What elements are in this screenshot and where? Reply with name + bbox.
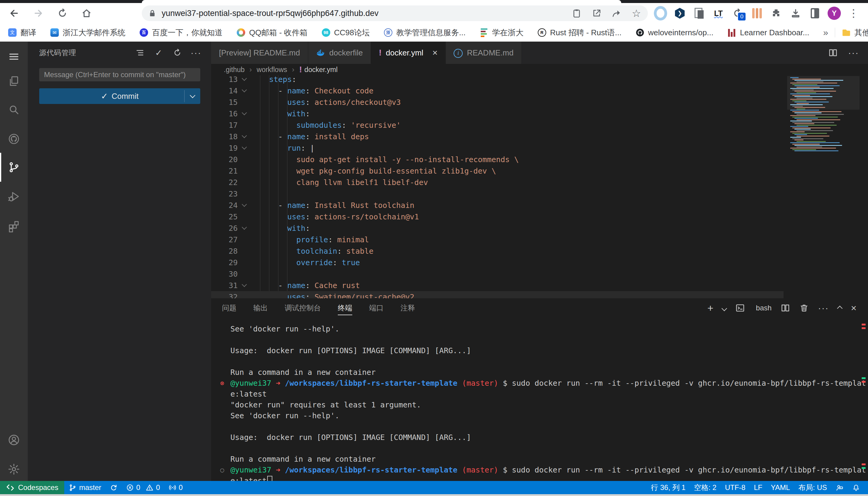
code-line-28[interactable]: 28 toolchain: stable <box>211 245 783 257</box>
commit-check-icon[interactable]: ✓ <box>154 48 163 58</box>
bookmark-item[interactable]: 百百度一下，你就知道 <box>139 27 223 38</box>
sync-badge-icon[interactable]: 0 <box>731 6 744 20</box>
bookmark-item[interactable]: QQ邮箱 - 收件箱 <box>237 27 308 38</box>
split-editor-icon[interactable] <box>828 48 838 58</box>
fold-chevron-icon[interactable] <box>238 147 251 149</box>
forward-button[interactable] <box>33 7 44 19</box>
shell-label[interactable]: bash <box>756 304 772 312</box>
terminal-profile-chevron-icon[interactable] <box>722 304 726 312</box>
fold-chevron-icon[interactable] <box>238 136 251 137</box>
tab--preview-readme.md[interactable]: [Preview] README.md <box>211 42 308 64</box>
activity-github-icon[interactable] <box>0 130 28 148</box>
more-icon[interactable]: ··· <box>191 48 201 58</box>
status-cursor-position[interactable]: 行 36, 列 1 <box>647 483 690 492</box>
bookmark-item[interactable]: Learner Dashboar... <box>727 28 809 37</box>
remote-indicator[interactable]: Codespaces <box>0 481 64 494</box>
clipboard-icon[interactable] <box>571 8 582 19</box>
breadcrumb[interactable]: .github›workflows›!docker.yml <box>211 64 868 75</box>
fold-chevron-icon[interactable] <box>238 90 251 92</box>
tab-dockerfile[interactable]: dockerfile <box>308 42 371 64</box>
code-editor[interactable]: 13 steps:14 - name: Checkout code15 uses… <box>211 75 868 298</box>
fold-chevron-icon[interactable] <box>238 113 251 114</box>
back-button[interactable] <box>9 7 20 19</box>
close-panel-button[interactable]: × <box>851 303 856 314</box>
activity-account-icon[interactable] <box>0 431 28 449</box>
panel-tab[interactable]: 端口 <box>369 298 384 317</box>
new-terminal-button[interactable]: + <box>707 302 713 314</box>
code-line-20[interactable]: 20 sudo apt-get install -y --no-install-… <box>211 154 783 165</box>
activity-settings-icon[interactable] <box>0 460 28 478</box>
trash-icon[interactable] <box>799 303 809 313</box>
refresh-icon[interactable] <box>173 48 182 58</box>
share-icon[interactable] <box>611 8 622 19</box>
code-line-21[interactable]: 21 wget pkg-config build-essential zlib1… <box>211 165 783 176</box>
commit-message-input[interactable] <box>39 68 200 81</box>
code-line-17[interactable]: 17 submodules: 'recursive' <box>211 119 783 131</box>
open-in-new-icon[interactable] <box>591 8 602 19</box>
terminal-box-icon[interactable] <box>735 303 745 313</box>
copy-doc-icon[interactable] <box>692 6 706 20</box>
activity-menu[interactable] <box>0 48 28 66</box>
code-line-22[interactable]: 22 clang llvm libelf1 libelf-dev <box>211 176 783 188</box>
fold-chevron-icon[interactable] <box>238 227 251 229</box>
url-text[interactable]: yunwei37-potential-space-trout-rpr5qwj66… <box>162 9 568 18</box>
code-line-27[interactable]: 27 profile: minimal <box>211 234 783 245</box>
panel-tab[interactable]: 调试控制台 <box>285 298 321 317</box>
home-button[interactable] <box>81 7 92 19</box>
status-notifications[interactable] <box>848 484 864 492</box>
more-icon[interactable]: ··· <box>848 48 859 58</box>
reading-list-icon[interactable] <box>808 6 822 20</box>
fold-chevron-icon[interactable] <box>238 78 251 80</box>
bookmarks-overflow-chevron[interactable]: » <box>823 27 828 38</box>
code-line-29[interactable]: 29 override: true <box>211 257 783 268</box>
activity-extensions-icon[interactable] <box>0 217 28 235</box>
code-line-30[interactable]: 30 <box>211 268 783 280</box>
bookmark-star-icon[interactable]: ☆ <box>631 8 642 19</box>
panel-tab[interactable]: 问题 <box>222 298 237 317</box>
bookmark-item[interactable]: RRust 招聘 - Rust语... <box>537 27 622 38</box>
code-line-19[interactable]: 19 run: | <box>211 142 783 154</box>
status-indentation[interactable]: 空格: 2 <box>690 483 721 492</box>
status-branch[interactable]: master <box>64 481 105 494</box>
bookmark-item[interactable]: 98CC98论坛 <box>321 27 370 38</box>
status-encoding[interactable]: UTF-8 <box>721 483 750 492</box>
status-eol[interactable]: LF <box>750 483 767 492</box>
download-icon[interactable] <box>789 6 802 20</box>
code-line-16[interactable]: 16 with: <box>211 108 783 119</box>
status-sync[interactable] <box>106 481 122 494</box>
activity-run-debug-icon[interactable] <box>0 187 28 205</box>
maximize-panel-button[interactable] <box>838 304 842 312</box>
bookmark-item[interactable]: 文翻译 <box>8 27 36 38</box>
code-line-14[interactable]: 14 - name: Checkout code <box>211 85 783 96</box>
commit-button[interactable]: ✓ Commit <box>39 88 200 104</box>
other-bookmarks-folder[interactable]: 其他书签 <box>842 27 868 38</box>
activity-source-control-icon[interactable] <box>0 158 28 176</box>
code-line-23[interactable]: 23 <box>211 188 783 200</box>
panel-tab[interactable]: 输出 <box>253 298 268 317</box>
code-line-15[interactable]: 15 uses: actions/checkout@v3 <box>211 96 783 108</box>
code-line-31[interactable]: 31 - name: Cache rust <box>211 280 783 291</box>
tab-docker.yml[interactable]: !docker.yml× <box>371 42 446 64</box>
split-editor-icon[interactable] <box>780 303 790 313</box>
breadcrumb-segment[interactable]: workflows <box>257 66 287 74</box>
bookmark-item[interactable]: 浙教学管理信息服务... <box>384 27 466 38</box>
refresh-button[interactable] <box>57 7 68 19</box>
code-line-25[interactable]: 25 uses: actions-rs/toolchain@v1 <box>211 211 783 222</box>
tab-close-icon[interactable]: × <box>433 48 438 58</box>
status-ports[interactable]: 0 <box>164 481 187 494</box>
more-actions-icon[interactable]: ··· <box>818 303 829 313</box>
code-line-18[interactable]: 18 - name: install deps <box>211 131 783 142</box>
code-line-13[interactable]: 13 steps: <box>211 75 783 85</box>
menu-dots-icon[interactable]: ⋮ <box>847 6 860 20</box>
bookmark-item[interactable]: 学在浙大 <box>480 27 524 38</box>
languagetool-icon[interactable]: LT <box>712 6 725 20</box>
tab-readme.md[interactable]: iREADME.md <box>446 42 522 64</box>
commit-dropdown-button[interactable] <box>184 90 200 102</box>
breadcrumb-segment[interactable]: .github <box>224 66 244 74</box>
lock-icon[interactable] <box>148 9 157 18</box>
code-line-26[interactable]: 26 with: <box>211 222 783 234</box>
status-keyboard-layout[interactable]: 布局: US <box>794 483 831 492</box>
view-as-list-icon[interactable] <box>135 48 145 58</box>
minimap[interactable] <box>787 75 859 298</box>
breadcrumb-file[interactable]: !docker.yml <box>299 65 338 74</box>
